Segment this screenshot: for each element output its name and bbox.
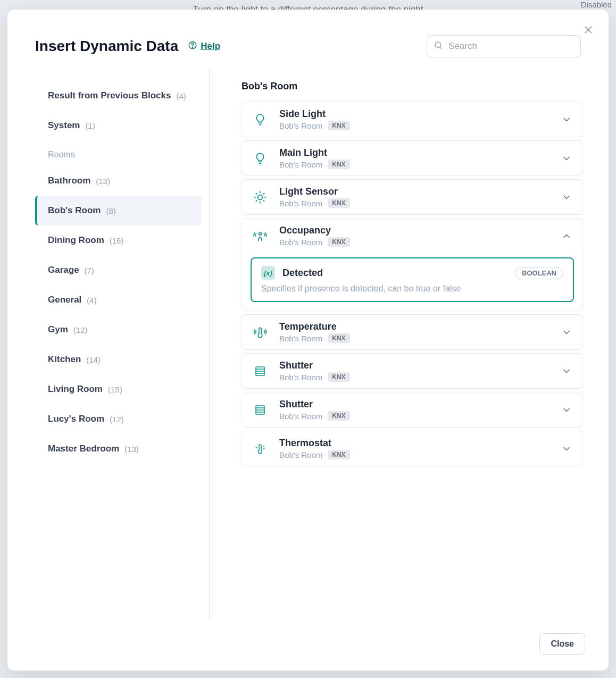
bulb-icon bbox=[253, 151, 268, 166]
chevron-up-icon bbox=[561, 231, 572, 241]
sidebar-item-count: (1) bbox=[85, 121, 95, 130]
device-room: Bob's Room bbox=[279, 450, 322, 459]
device-toggle[interactable]: Main Light Bob's Room KNX bbox=[242, 141, 582, 175]
sidebar-item-living-room[interactable]: Living Room (15) bbox=[35, 374, 202, 404]
device-room: Bob's Room bbox=[279, 334, 322, 343]
device-card-light-sensor: Light Sensor Bob's Room KNX bbox=[242, 179, 583, 215]
sidebar-item-lucys-room[interactable]: Lucy's Room (12) bbox=[35, 404, 202, 434]
sidebar: Result from Previous Blocks (4) System (… bbox=[35, 68, 210, 621]
close-button[interactable]: Close bbox=[539, 633, 585, 655]
sidebar-item-count: (12) bbox=[110, 415, 124, 424]
chevron-down-icon bbox=[561, 327, 572, 338]
bulb-icon bbox=[253, 112, 268, 127]
svg-point-4 bbox=[259, 232, 262, 235]
thermostat-icon bbox=[253, 441, 268, 456]
device-name: Light Sensor bbox=[279, 186, 550, 197]
help-icon bbox=[188, 40, 197, 53]
device-name: Thermostat bbox=[279, 438, 550, 449]
chevron-down-icon bbox=[561, 192, 572, 203]
svg-point-2 bbox=[435, 42, 441, 48]
device-toggle[interactable]: Light Sensor Bob's Room KNX bbox=[242, 180, 582, 214]
sidebar-item-system[interactable]: System (1) bbox=[35, 111, 202, 140]
protocol-badge: KNX bbox=[328, 411, 349, 421]
modal-footer: Close bbox=[7, 621, 609, 671]
shutter-icon bbox=[253, 364, 268, 379]
device-room: Bob's Room bbox=[279, 373, 322, 382]
device-card-temperature: Temperature Bob's Room KNX bbox=[242, 314, 583, 350]
device-name: Main Light bbox=[279, 147, 550, 158]
sidebar-item-bobs-room[interactable]: Bob's Room (8) bbox=[35, 196, 202, 225]
sidebar-item-count: (8) bbox=[106, 206, 115, 215]
protocol-badge: KNX bbox=[328, 237, 349, 247]
sidebar-item-label: Bathroom bbox=[48, 175, 90, 186]
sidebar-item-dining-room[interactable]: Dining Room (16) bbox=[35, 225, 202, 255]
device-room: Bob's Room bbox=[279, 412, 322, 421]
sidebar-item-label: Bob's Room bbox=[48, 205, 101, 216]
chevron-down-icon bbox=[561, 114, 572, 125]
help-link[interactable]: Help bbox=[188, 40, 220, 53]
device-toggle[interactable]: Side Light Bob's Room KNX bbox=[242, 102, 582, 137]
device-toggle[interactable]: Shutter Bob's Room KNX bbox=[242, 354, 582, 388]
device-toggle[interactable]: Occupancy Bob's Room KNX bbox=[242, 219, 582, 253]
background-status-badge: Disabled bbox=[581, 0, 612, 9]
sidebar-item-count: (4) bbox=[176, 91, 186, 101]
device-card-occupancy: Occupancy Bob's Room KNX {x} Detected bbox=[242, 218, 583, 311]
property-type-badge: BOOLEAN bbox=[515, 267, 563, 279]
sidebar-item-bathroom[interactable]: Bathroom (13) bbox=[35, 166, 202, 196]
protocol-badge: KNX bbox=[328, 372, 349, 382]
modal-title: Insert Dynamic Data bbox=[35, 38, 178, 55]
sidebar-item-label: Result from Previous Blocks bbox=[48, 90, 171, 101]
presence-icon bbox=[253, 229, 268, 244]
sidebar-item-kitchen[interactable]: Kitchen (14) bbox=[35, 345, 202, 374]
sidebar-item-label: General bbox=[48, 295, 81, 305]
sidebar-item-previous-blocks[interactable]: Result from Previous Blocks (4) bbox=[35, 81, 202, 111]
device-toggle[interactable]: Thermostat Bob's Room KNX bbox=[242, 431, 582, 466]
sidebar-item-label: System bbox=[48, 120, 80, 131]
search-input-wrapper[interactable] bbox=[427, 35, 581, 57]
property-detected[interactable]: {x} Detected BOOLEAN Specifies if presen… bbox=[251, 257, 574, 302]
device-card-thermostat: Thermostat Bob's Room KNX bbox=[242, 431, 583, 466]
search-icon bbox=[434, 40, 443, 52]
close-icon[interactable] bbox=[581, 22, 596, 37]
shutter-icon bbox=[253, 403, 268, 417]
content-panel: Bob's Room Side Light Bob's Room KNX bbox=[210, 68, 602, 621]
sun-icon bbox=[253, 190, 268, 205]
device-name: Shutter bbox=[279, 399, 550, 410]
modal-header: Insert Dynamic Data Help bbox=[7, 10, 609, 68]
sidebar-item-garage[interactable]: Garage (7) bbox=[35, 255, 202, 285]
device-room: Bob's Room bbox=[279, 121, 322, 130]
sidebar-item-count: (7) bbox=[85, 266, 94, 275]
sidebar-item-label: Garage bbox=[48, 265, 79, 275]
sidebar-item-count: (13) bbox=[124, 445, 139, 454]
property-description: Specifies if presence is detected, can b… bbox=[261, 284, 563, 294]
sidebar-item-count: (15) bbox=[108, 385, 122, 394]
device-card-main-light: Main Light Bob's Room KNX bbox=[242, 140, 583, 176]
device-card-side-light: Side Light Bob's Room KNX bbox=[242, 102, 583, 137]
property-name: Detected bbox=[282, 267, 507, 279]
device-room: Bob's Room bbox=[279, 160, 322, 169]
device-toggle[interactable]: Shutter Bob's Room KNX bbox=[242, 392, 582, 427]
device-room: Bob's Room bbox=[279, 199, 322, 208]
sidebar-item-count: (12) bbox=[73, 325, 88, 334]
device-card-shutter: Shutter Bob's Room KNX bbox=[242, 353, 583, 389]
sidebar-item-label: Master Bedroom bbox=[48, 443, 119, 454]
device-toggle[interactable]: Temperature Bob's Room KNX bbox=[242, 315, 582, 349]
sidebar-item-count: (13) bbox=[96, 177, 110, 186]
sidebar-item-master-bedroom[interactable]: Master Bedroom (13) bbox=[35, 434, 202, 464]
sidebar-item-gym[interactable]: Gym (12) bbox=[35, 315, 202, 345]
sidebar-item-count: (4) bbox=[87, 296, 96, 305]
help-link-label: Help bbox=[201, 41, 220, 52]
insert-dynamic-data-modal: Insert Dynamic Data Help Result from Pre… bbox=[7, 10, 609, 671]
svg-point-1 bbox=[193, 47, 193, 47]
device-room: Bob's Room bbox=[279, 238, 322, 247]
chevron-down-icon bbox=[561, 153, 572, 164]
chevron-down-icon bbox=[561, 443, 572, 454]
sidebar-item-label: Gym bbox=[48, 324, 68, 335]
thermometer-icon bbox=[253, 325, 268, 340]
sidebar-item-label: Lucy's Room bbox=[48, 414, 104, 424]
svg-point-3 bbox=[258, 195, 263, 199]
sidebar-item-count: (16) bbox=[110, 236, 124, 245]
device-card-shutter: Shutter Bob's Room KNX bbox=[242, 392, 583, 428]
search-input[interactable] bbox=[448, 41, 574, 52]
sidebar-item-general[interactable]: General (4) bbox=[35, 285, 202, 315]
